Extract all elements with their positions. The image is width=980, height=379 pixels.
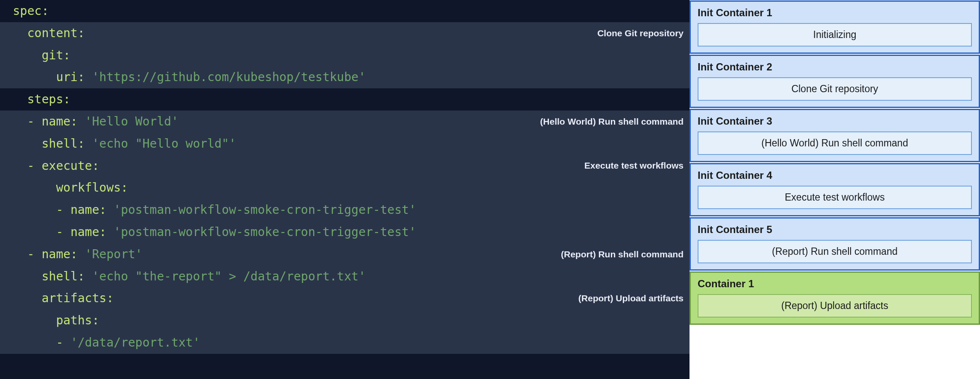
code-token-key: shell: [41, 269, 85, 283]
code-line: shell: 'echo "the-report" > /data/report… [0, 265, 690, 288]
code-token [85, 269, 92, 283]
code-token [85, 137, 92, 151]
container-title: Init Container 3 [691, 110, 979, 131]
code-line: git: [0, 44, 690, 67]
code-token-str: 'postman-workflow-smoke-cron-trigger-tes… [114, 225, 416, 239]
container-title: Init Container 2 [691, 56, 979, 77]
container-title: Container 1 [691, 273, 979, 294]
code-token [13, 48, 41, 62]
code-token-dash: - [56, 203, 70, 217]
code-token-dash: - [27, 159, 42, 173]
code-token-dash: - [56, 335, 70, 350]
code-token-key: steps: [27, 92, 70, 106]
code-token-key: artifacts: [41, 291, 114, 305]
code-token-key: name: [70, 225, 106, 239]
container-task: (Report) Run shell command [698, 240, 972, 263]
code-token [13, 291, 41, 305]
container-task: Initializing [698, 23, 972, 47]
code-token [85, 70, 92, 84]
code-line: artifacts:(Report) Upload artifacts [0, 287, 690, 309]
code-token-key: git: [41, 48, 70, 62]
code-line: uri: 'https://github.com/kubeshop/testku… [0, 66, 690, 88]
containers-panel: Init Container 1InitializingInit Contain… [690, 0, 980, 379]
code-line: - name: 'Hello World'(Hello World) Run s… [0, 111, 690, 133]
code-line: - '/data/report.txt' [0, 332, 690, 354]
code-token [13, 137, 41, 151]
container-title: Init Container 4 [691, 164, 979, 186]
code-token-key: name: [41, 247, 77, 261]
container-task: (Report) Upload artifacts [698, 294, 972, 318]
code-token-str: 'echo "Hello world"' [92, 137, 236, 151]
code-line: - name: 'Report'(Report) Run shell comma… [0, 243, 690, 265]
code-line: shell: 'echo "Hello world"' [0, 133, 690, 155]
container-task: Clone Git repository [698, 77, 972, 101]
code-token-dash: - [27, 247, 42, 261]
code-line: - execute:Execute test workflows [0, 155, 690, 177]
init-container-card: Init Container 3(Hello World) Run shell … [690, 109, 980, 162]
init-container-card: Init Container 2Clone Git repository [690, 55, 980, 108]
code-token-key: spec: [13, 4, 49, 18]
code-token-str: '/data/report.txt' [70, 335, 200, 350]
init-container-card: Init Container 4Execute test workflows [690, 163, 980, 216]
container-title: Init Container 5 [691, 219, 979, 240]
code-token-str: 'Report' [85, 247, 143, 261]
code-token-str: 'echo "the-report" > /data/report.txt' [92, 269, 366, 283]
code-section-badge: (Report) Upload artifacts [578, 290, 684, 307]
code-token [13, 335, 56, 350]
code-token [13, 26, 27, 40]
code-section-badge: (Report) Run shell command [561, 246, 684, 262]
code-panel: spec: content:Clone Git repository git: … [0, 0, 690, 379]
code-section-badge: Clone Git repository [597, 25, 684, 41]
code-token-str: 'postman-workflow-smoke-cron-trigger-tes… [114, 203, 416, 217]
code-token-key: uri: [56, 70, 85, 84]
code-token-str: 'Hello World' [85, 114, 179, 128]
code-token [78, 247, 85, 261]
code-token [13, 70, 56, 84]
code-token [13, 313, 56, 327]
code-token-key: shell: [41, 137, 85, 151]
code-section-badge: Execute test workflows [584, 157, 684, 174]
code-line: steps: [0, 88, 690, 111]
container-task: (Hello World) Run shell command [698, 131, 972, 155]
code-token-key: execute: [41, 159, 99, 173]
code-token-dash: - [27, 114, 42, 128]
code-line: spec: [0, 0, 690, 22]
code-token-key: paths: [56, 313, 99, 327]
code-line: - name: 'postman-workflow-smoke-cron-tri… [0, 199, 690, 221]
code-token [106, 225, 114, 239]
code-line: paths: [0, 309, 690, 332]
code-token [13, 225, 56, 239]
container-title: Init Container 1 [691, 2, 979, 23]
code-line: - name: 'postman-workflow-smoke-cron-tri… [0, 221, 690, 243]
code-token [13, 181, 56, 195]
code-token [13, 269, 41, 283]
container-task: Execute test workflows [698, 186, 972, 209]
code-token [13, 92, 27, 106]
code-token [13, 159, 27, 173]
code-token-dash: - [56, 225, 70, 239]
container-card: Container 1(Report) Upload artifacts [690, 271, 980, 325]
code-token [13, 247, 27, 261]
code-line: workflows: [0, 177, 690, 199]
code-section-badge: (Hello World) Run shell command [540, 113, 684, 130]
code-line: content:Clone Git repository [0, 22, 690, 44]
init-container-card: Init Container 5(Report) Run shell comma… [690, 217, 980, 271]
code-token-key: name: [70, 203, 106, 217]
code-token-key: content: [27, 26, 85, 40]
code-token [106, 203, 114, 217]
init-container-card: Init Container 1Initializing [690, 0, 980, 54]
code-token-key: workflows: [56, 181, 128, 195]
code-token [78, 114, 85, 128]
code-token [13, 203, 56, 217]
code-token-str: 'https://github.com/kubeshop/testkube' [92, 70, 366, 84]
code-token-key: name: [41, 114, 77, 128]
code-token [13, 114, 27, 128]
